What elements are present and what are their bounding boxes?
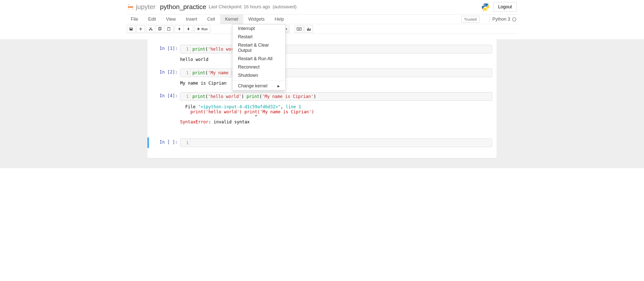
svg-rect-10 [297,28,298,29]
plus-icon [139,27,142,31]
svg-rect-8 [168,27,169,28]
line-number: 1 [180,92,190,100]
move-up-button[interactable] [175,25,184,32]
notebook-name[interactable]: python_practice [160,3,206,11]
chart-button[interactable] [304,25,313,33]
cut-copy-paste-group [146,25,174,33]
kernel-restart-clear[interactable]: Restart & Clear Output [232,41,285,55]
divider [490,17,490,22]
svg-rect-15 [298,29,300,30]
cell[interactable]: In [4]: 1 print('hello world') print('My… [147,91,497,130]
caret-down-icon: ▼ [285,28,288,30]
svg-point-0 [128,4,129,5]
menu-kernel[interactable]: Kernel [220,15,243,24]
input-prompt: In [2]: [147,68,180,77]
keyboard-icon [297,27,302,31]
kernel-restart[interactable]: Restart [232,33,285,41]
menu-edit[interactable]: Edit [143,15,161,24]
input-prompt: In [1]: [147,45,180,53]
menu-insert[interactable]: Insert [181,15,202,24]
barchart-icon [307,27,311,31]
input-prompt: In [ ]: [149,138,180,147]
logout-button[interactable]: Logout [493,2,517,12]
run-label: Run [202,27,208,31]
move-group [175,25,193,33]
change-kernel-label: Change kernel [238,83,267,89]
menu-cell[interactable]: Cell [202,15,220,24]
svg-rect-13 [300,28,300,29]
svg-point-3 [484,4,485,5]
cut-button[interactable] [146,25,155,32]
dropdown-divider [232,81,285,81]
copy-icon [158,27,162,31]
save-icon [129,27,133,31]
trusted-badge[interactable]: Trusted [461,16,479,23]
autosaved-text: (autosaved) [273,4,297,10]
svg-point-2 [128,9,129,9]
submenu-arrow-icon: ▶ [277,84,280,88]
arrow-down-icon [187,27,190,31]
paste-icon [167,27,171,31]
code-input[interactable]: 1 print('My name is Ciprian') [180,68,492,77]
svg-point-1 [132,9,133,9]
arrow-up-icon [178,27,181,31]
menu-file[interactable]: File [126,15,143,24]
svg-point-4 [486,9,487,10]
save-button[interactable] [127,25,135,33]
add-cell-button[interactable] [136,25,145,33]
cell[interactable]: In [1]: 1 print('hello world') hello wor… [147,44,497,67]
svg-rect-9 [297,27,301,30]
kernel-dropdown: Interrupt Restart Restart & Clear Output… [232,24,286,90]
output-text: My name is Ciprian [180,78,492,90]
notebook-header: jupyter python_practice Last Checkpoint:… [126,0,518,15]
kernel-restart-run-all[interactable]: Restart & Run All [232,55,285,63]
jupyter-logo-icon [127,4,134,10]
kernel-name[interactable]: Python 3 [492,17,510,22]
copy-button[interactable] [155,25,164,32]
line-number: 1 [180,139,190,147]
input-prompt: In [4]: [147,92,180,101]
checkpoint-text: Last Checkpoint: 16 hours ago [209,4,270,10]
svg-rect-12 [299,28,299,29]
run-icon [197,27,200,30]
error-output: File "<ipython-input-4-d1c59afd6d32>", l… [180,102,492,129]
code-input[interactable]: 1 [180,138,492,147]
line-number: 1 [180,69,190,77]
svg-rect-11 [298,28,299,29]
scissors-icon [149,27,153,31]
kernel-interrupt[interactable]: Interrupt [232,24,285,33]
run-group: Run [194,25,210,33]
cell-selected[interactable]: In [ ]: 1 [147,137,497,148]
kernel-change-kernel[interactable]: Change kernel ▶ [232,82,285,90]
menu-help[interactable]: Help [270,15,289,24]
move-down-button[interactable] [184,25,193,32]
code-input[interactable]: 1 print('hello world') [180,45,492,53]
kernel-shutdown[interactable]: Shutdown [232,71,285,80]
jupyter-brand: jupyter [136,3,155,11]
cell[interactable]: In [2]: 1 print('My name is Ciprian') My… [147,67,497,91]
toolbar: Run ▼ [126,24,518,34]
run-button[interactable]: Run [194,25,210,32]
line-number: 1 [180,45,190,53]
svg-rect-14 [300,28,301,29]
output-text: hello world [180,54,492,66]
paste-button[interactable] [164,25,173,32]
notebook-container: In [1]: 1 print('hello world') hello wor… [147,39,497,158]
python-logo-icon [481,3,490,11]
kernel-indicator-icon [512,17,516,21]
menu-widgets[interactable]: Widgets [243,15,270,24]
code-input[interactable]: 1 print('hello world') print('My name is… [180,92,492,101]
command-palette-button[interactable] [295,25,303,33]
kernel-reconnect[interactable]: Reconnect [232,63,285,71]
menubar: File Edit View Insert Cell Kernel Widget… [126,15,518,24]
menu-view[interactable]: View [161,15,181,24]
